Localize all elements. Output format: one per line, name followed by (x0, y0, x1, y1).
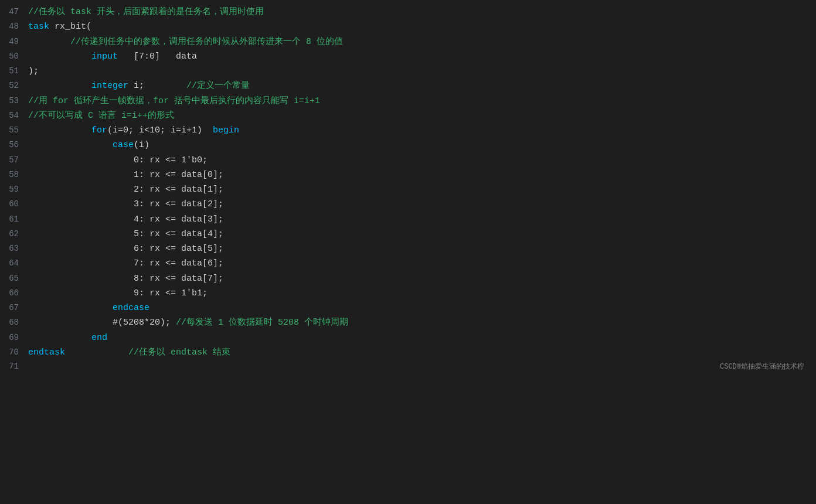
line-content: 1: rx <= data[0]; (28, 168, 816, 182)
line-number: 49 (0, 36, 28, 49)
line-number: 51 (0, 65, 28, 78)
line-number: 65 (0, 273, 28, 285)
line-content: case(i) (28, 138, 816, 152)
code-line: 71CSCD®焰抽爱生涵的技术柠 (0, 360, 816, 374)
line-number: 69 (0, 332, 28, 345)
code-line: 61 4: rx <= data[3]; (0, 212, 816, 227)
line-number: 61 (0, 213, 28, 226)
code-line: 70endtask //任务以 endtask 结束 (0, 345, 816, 360)
line-content: integer i; //定义一个常量 (28, 79, 816, 93)
line-content: endtask //任务以 endtask 结束 (28, 346, 816, 359)
line-number: 56 (0, 139, 28, 152)
code-line: 58 1: rx <= data[0]; (0, 168, 816, 182)
line-content: task rx_bit( (28, 20, 816, 33)
line-content: 5: rx <= data[4]; (28, 227, 816, 241)
line-content: ); (28, 64, 816, 78)
line-content: #(5208*20); //每发送 1 位数据延时 5208 个时钟周期 (28, 316, 816, 329)
line-number: 57 (0, 154, 28, 167)
code-container: 47//任务以 task 开头，后面紧跟着的是任务名，调用时使用48task r… (0, 0, 816, 504)
code-line: 69 end (0, 331, 816, 345)
line-content: endcase (28, 301, 816, 315)
line-number: 59 (0, 183, 28, 196)
code-line: 65 8: rx <= data[7]; (0, 271, 816, 286)
line-number: 52 (0, 80, 28, 93)
code-line: 54//不可以写成 C 语言 i=i++的形式 (0, 108, 816, 123)
code-line: 63 6: rx <= data[5]; (0, 241, 816, 256)
line-number: 50 (0, 50, 28, 63)
line-number: 48 (0, 21, 28, 33)
code-line: 59 2: rx <= data[1]; (0, 182, 816, 197)
line-content: 0: rx <= 1'b0; (28, 154, 816, 167)
line-content: end (28, 331, 816, 345)
code-line: 50 input [7:0] data (0, 49, 816, 64)
line-number: 71 (0, 360, 28, 373)
code-line: 49 //传递到任务中的参数，调用任务的时候从外部传进来一个 8 位的值 (0, 35, 816, 49)
line-content: 7: rx <= data[6]; (28, 257, 816, 270)
line-content: 4: rx <= data[3]; (28, 213, 816, 226)
line-content: 3: rx <= data[2]; (28, 197, 816, 211)
line-number: 66 (0, 287, 28, 300)
code-line: 64 7: rx <= data[6]; (0, 256, 816, 271)
code-line: 55 for(i=0; i<10; i=i+1) begin (0, 123, 816, 138)
line-number: 67 (0, 302, 28, 315)
code-line: 68 #(5208*20); //每发送 1 位数据延时 5208 个时钟周期 (0, 315, 816, 330)
line-number: 63 (0, 243, 28, 256)
code-line: 57 0: rx <= 1'b0; (0, 153, 816, 168)
line-content: //不可以写成 C 语言 i=i++的形式 (28, 109, 816, 122)
line-number: 60 (0, 198, 28, 211)
line-number: 54 (0, 110, 28, 122)
watermark: CSCD®焰抽爱生涵的技术柠 (720, 362, 816, 373)
line-content: 2: rx <= data[1]; (28, 183, 816, 196)
code-line: 51); (0, 64, 816, 79)
line-content: //传递到任务中的参数，调用任务的时候从外部传进来一个 8 位的值 (28, 35, 816, 49)
line-content: 6: rx <= data[5]; (28, 242, 816, 256)
line-number: 58 (0, 169, 28, 182)
line-number: 64 (0, 257, 28, 270)
code-line: 67 endcase (0, 301, 816, 315)
code-line: 66 9: rx <= 1'b1; (0, 286, 816, 301)
line-number: 55 (0, 124, 28, 137)
line-content: //任务以 task 开头，后面紧跟着的是任务名，调用时使用 (28, 5, 816, 19)
code-line: 52 integer i; //定义一个常量 (0, 79, 816, 93)
line-number: 68 (0, 316, 28, 329)
line-number: 53 (0, 95, 28, 108)
code-line: 56 case(i) (0, 138, 816, 152)
line-content: for(i=0; i<10; i=i+1) begin (28, 124, 816, 137)
code-line: 60 3: rx <= data[2]; (0, 197, 816, 212)
line-content: input [7:0] data (28, 50, 816, 63)
line-number: 70 (0, 346, 28, 359)
line-content: 8: rx <= data[7]; (28, 272, 816, 285)
line-number: 62 (0, 228, 28, 241)
line-content: //用 for 循环产生一帧数据，for 括号中最后执行的内容只能写 i=i+1 (28, 94, 816, 108)
code-line: 53//用 for 循环产生一帧数据，for 括号中最后执行的内容只能写 i=i… (0, 94, 816, 108)
code-line: 47//任务以 task 开头，后面紧跟着的是任务名，调用时使用 (0, 5, 816, 19)
code-line: 62 5: rx <= data[4]; (0, 227, 816, 241)
code-line: 48task rx_bit( (0, 19, 816, 34)
line-content: 9: rx <= 1'b1; (28, 287, 816, 300)
line-number: 47 (0, 6, 28, 19)
